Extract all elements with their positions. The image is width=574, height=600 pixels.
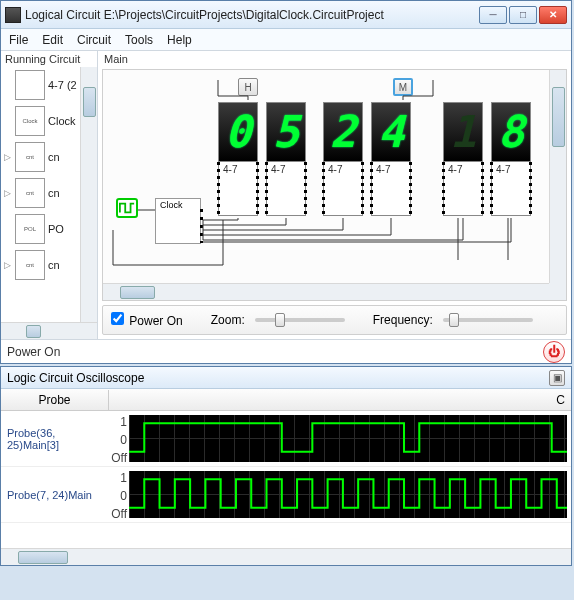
chip-h[interactable]: H bbox=[238, 78, 258, 96]
zoom-label: Zoom: bbox=[211, 313, 245, 327]
osc-title: Logic Circuit Oscilloscope bbox=[7, 371, 144, 385]
probe-label[interactable]: Probe(7, 24)Main bbox=[1, 467, 109, 522]
display-5[interactable]: 84-7 bbox=[491, 102, 531, 216]
osc-row: Probe(36, 25)Main[3] 1 0 Off bbox=[1, 411, 571, 467]
y-axis: 1 0 Off bbox=[109, 411, 129, 466]
titlebar[interactable]: Logical Circuit E:\Projects\CircuitProje… bbox=[1, 1, 571, 29]
y-axis: 1 0 Off bbox=[109, 467, 129, 522]
osc-hscroll[interactable] bbox=[1, 548, 571, 565]
osc-col-probe[interactable]: Probe bbox=[1, 390, 109, 410]
display-1[interactable]: 54-7 bbox=[266, 102, 306, 216]
menu-tools[interactable]: Tools bbox=[125, 33, 153, 47]
canvas-hscroll[interactable] bbox=[103, 283, 549, 300]
statusbar: Power On ⏻ bbox=[1, 339, 571, 363]
frequency-label: Frequency: bbox=[373, 313, 433, 327]
menu-edit[interactable]: Edit bbox=[42, 33, 63, 47]
sidebar-item[interactable]: ClockClock bbox=[1, 103, 80, 139]
sidebar-vscroll[interactable] bbox=[80, 67, 97, 322]
clock-module[interactable]: Clock bbox=[155, 198, 201, 244]
zoom-slider[interactable] bbox=[255, 318, 345, 322]
canvas-vscroll[interactable] bbox=[549, 70, 566, 283]
sidebar-title: Running Circuit bbox=[1, 51, 97, 67]
scope-1 bbox=[129, 471, 567, 518]
controls-bar: Power On Zoom: Frequency: bbox=[102, 305, 567, 335]
main-title: Main bbox=[98, 51, 571, 67]
power-button[interactable]: ⏻ bbox=[543, 341, 565, 363]
display-4[interactable]: 14-7 bbox=[443, 102, 483, 216]
app-icon bbox=[5, 7, 21, 23]
scope-0 bbox=[129, 415, 567, 462]
osc-row: Probe(7, 24)Main 1 0 Off bbox=[1, 467, 571, 523]
pulse-button[interactable] bbox=[116, 198, 138, 218]
osc-header: Probe C bbox=[1, 389, 571, 411]
menu-circuit[interactable]: Circuit bbox=[77, 33, 111, 47]
display-2[interactable]: 24-7 bbox=[323, 102, 363, 216]
sidebar-items: 4-7 (2 ClockClock ▷cntcn ▷cntcn POLPO ▷c… bbox=[1, 67, 80, 322]
menu-help[interactable]: Help bbox=[167, 33, 192, 47]
menubar: File Edit Circuit Tools Help bbox=[1, 29, 571, 51]
display-3[interactable]: 44-7 bbox=[371, 102, 411, 216]
sidebar: Running Circuit 4-7 (2 ClockClock ▷cntcn… bbox=[1, 51, 98, 339]
display-0[interactable]: 04-7 bbox=[218, 102, 258, 216]
sidebar-item[interactable]: POLPO bbox=[1, 211, 80, 247]
sidebar-item[interactable]: ▷cntcn bbox=[1, 175, 80, 211]
close-button[interactable]: ✕ bbox=[539, 6, 567, 24]
osc-col-right[interactable]: C bbox=[109, 390, 571, 410]
sidebar-hscroll[interactable] bbox=[1, 322, 97, 339]
power-on-checkbox[interactable]: Power On bbox=[111, 312, 183, 328]
maximize-button[interactable]: □ bbox=[509, 6, 537, 24]
status-text: Power On bbox=[7, 345, 60, 359]
sidebar-item[interactable]: 4-7 (2 bbox=[1, 67, 80, 103]
menu-file[interactable]: File bbox=[9, 33, 28, 47]
sidebar-item[interactable]: ▷cntcn bbox=[1, 247, 80, 283]
osc-close-button[interactable]: ▣ bbox=[549, 370, 565, 386]
minimize-button[interactable]: ─ bbox=[479, 6, 507, 24]
frequency-slider[interactable] bbox=[443, 318, 533, 322]
sidebar-item[interactable]: ▷cntcn bbox=[1, 139, 80, 175]
circuit-canvas[interactable]: H M 04-7 54-7 24-7 44-7 bbox=[103, 70, 549, 283]
main-panel: Main H M 04-7 54-7 24-7 bbox=[98, 51, 571, 339]
osc-titlebar[interactable]: Logic Circuit Oscilloscope ▣ bbox=[1, 367, 571, 389]
window-title: Logical Circuit E:\Projects\CircuitProje… bbox=[25, 8, 479, 22]
probe-label[interactable]: Probe(36, 25)Main[3] bbox=[1, 411, 109, 466]
chip-m[interactable]: M bbox=[393, 78, 413, 96]
